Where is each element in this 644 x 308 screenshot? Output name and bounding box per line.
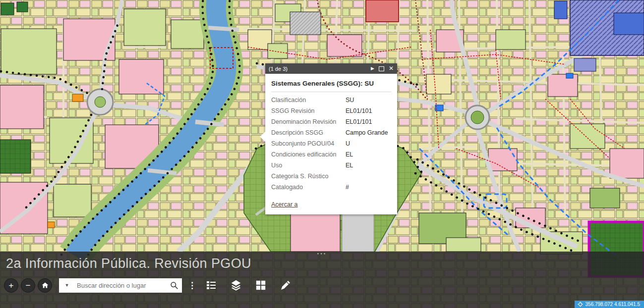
field-label: Clasificación: [271, 95, 346, 105]
field-row: Clasificación SU: [271, 95, 391, 105]
field-label: SSGG Revisión: [271, 105, 346, 116]
crosshair-icon[interactable]: [578, 302, 583, 307]
next-feature-icon[interactable]: ▶: [371, 63, 374, 74]
popup-title: Sistemas Generales (SSGG): SU: [271, 80, 391, 92]
basemap-grid-icon: [255, 280, 266, 291]
popup-fields: Clasificación SU SSGG Revisión EL01/101 …: [271, 95, 391, 193]
field-row: Condiciones edificación EL: [271, 149, 391, 160]
field-value: SU: [346, 95, 354, 105]
field-label: Subconjunto PGOU/04: [271, 138, 346, 149]
measure-button[interactable]: [277, 278, 294, 293]
layers-icon: [230, 279, 242, 291]
field-row: Subconjunto PGOU/04 U: [271, 138, 391, 149]
field-label: Uso: [271, 160, 346, 171]
zoom-to-link[interactable]: Acercar a: [271, 201, 298, 208]
field-value: U: [346, 138, 350, 149]
zoom-out-button[interactable]: −: [21, 278, 35, 293]
layers-button[interactable]: [228, 278, 244, 293]
bottom-panel: ●●● 2a Información Pública. Revisión PGO…: [0, 252, 644, 308]
field-value: EL01/101: [346, 116, 372, 127]
drawer-handle-icon[interactable]: ●●●: [317, 252, 327, 256]
chevron-down-icon: ▼: [65, 283, 69, 288]
field-row: Categoría S. Rústico: [271, 171, 391, 182]
coordinates-badge: 356.798.072 4.611.041.5: [575, 301, 644, 308]
popup-pager: (1 de 3): [269, 66, 288, 72]
popup-pointer: [260, 132, 265, 142]
field-value: EL: [346, 149, 353, 160]
legend-icon: [206, 280, 217, 291]
field-value: #: [346, 182, 349, 193]
search-widget: ▼: [59, 278, 182, 293]
field-label: Catalogado: [271, 182, 346, 193]
maximize-icon[interactable]: [379, 66, 384, 71]
popup-header: (1 de 3) ▶ ✕: [265, 63, 397, 74]
field-label: Categoría S. Rústico: [271, 171, 346, 182]
field-label: Denominación Revisión: [271, 116, 346, 127]
feature-popup: (1 de 3) ▶ ✕ Sistemas Generales (SSGG): …: [265, 63, 397, 214]
field-value: EL01/101: [346, 105, 372, 116]
basemap-gallery-button[interactable]: [252, 278, 269, 293]
field-row: SSGG Revisión EL01/101: [271, 105, 391, 116]
home-icon: [41, 281, 49, 289]
app-window: (1 de 3) ▶ ✕ Sistemas Generales (SSGG): …: [0, 0, 644, 308]
field-value: EL: [346, 160, 353, 171]
legend-button[interactable]: [203, 278, 220, 293]
coordinates-text: 356.798.072 4.611.041.5: [585, 302, 640, 307]
field-row: Descripción SSGG Campo Grande: [271, 127, 391, 138]
field-label: Descripción SSGG: [271, 127, 346, 138]
search-source-dropdown[interactable]: ▼: [59, 278, 75, 293]
bridge: [195, 122, 224, 125]
home-button[interactable]: [38, 278, 52, 293]
map-toolbar: + − ▼ ⋮: [4, 278, 294, 293]
close-icon[interactable]: ✕: [389, 63, 394, 74]
search-input[interactable]: [75, 278, 167, 293]
field-row: Uso EL: [271, 160, 391, 171]
field-row: Catalogado #: [271, 182, 391, 193]
bridge: [208, 28, 239, 30]
zoom-in-button[interactable]: +: [4, 278, 18, 293]
popup-body: Sistemas Generales (SSGG): SU Clasificac…: [265, 74, 397, 214]
field-row: Denominación Revisión EL01/101: [271, 116, 391, 127]
page-title: 2a Información Pública. Revisión PGOU: [6, 256, 644, 271]
measure-icon: [280, 279, 292, 291]
overflow-menu-button[interactable]: ⋮: [188, 280, 195, 291]
search-icon: [170, 281, 178, 290]
search-button[interactable]: [167, 278, 182, 293]
field-value: Campo Grande: [346, 127, 388, 138]
field-label: Condiciones edificación: [271, 149, 346, 160]
